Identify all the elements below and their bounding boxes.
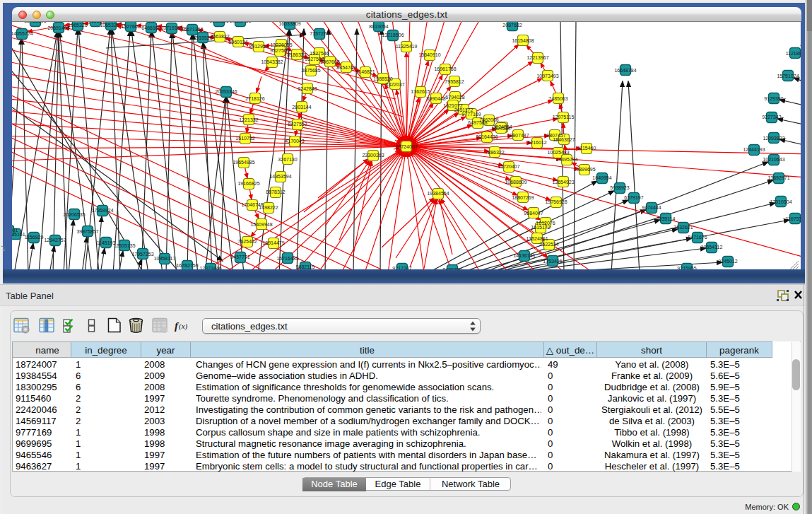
- svg-text:7632621: 7632621: [673, 225, 693, 230]
- svg-text:8427552: 8427552: [288, 122, 307, 127]
- svg-text:12942757: 12942757: [44, 238, 66, 243]
- svg-text:9474444: 9474444: [642, 205, 661, 210]
- svg-text:11325419: 11325419: [396, 44, 418, 49]
- svg-text:3267130: 3267130: [278, 157, 297, 162]
- svg-text:6216012: 6216012: [527, 140, 546, 145]
- svg-text:1610752: 1610752: [235, 136, 254, 141]
- svg-text:16033809: 16033809: [278, 22, 300, 26]
- svg-text:7663822: 7663822: [210, 34, 229, 39]
- svg-text:12444193: 12444193: [743, 147, 765, 152]
- svg-text:22455603: 22455603: [24, 22, 46, 23]
- svg-text:9217207: 9217207: [392, 266, 411, 269]
- svg-text:12323446: 12323446: [199, 266, 221, 269]
- svg-text:1362615: 1362615: [411, 89, 430, 94]
- svg-text:7886322: 7886322: [485, 150, 504, 155]
- svg-text:8960124: 8960124: [228, 40, 247, 45]
- svg-text:14353594: 14353594: [269, 174, 291, 179]
- svg-text:3875685: 3875685: [301, 68, 320, 73]
- svg-text:10653267: 10653267: [100, 23, 122, 28]
- svg-text:10807487: 10807487: [507, 133, 529, 138]
- svg-text:16914479: 16914479: [262, 240, 284, 245]
- svg-text:14136141: 14136141: [513, 253, 535, 258]
- svg-text:13218506: 13218506: [382, 33, 404, 37]
- svg-text:9242848: 9242848: [298, 86, 317, 91]
- svg-text:1527602: 1527602: [121, 24, 140, 29]
- svg-text:1221332: 1221332: [239, 117, 258, 122]
- svg-text:1624534: 1624534: [491, 126, 510, 131]
- svg-text:17010504: 17010504: [770, 199, 792, 204]
- svg-text:4170043: 4170043: [285, 139, 304, 144]
- svg-text:2967608: 2967608: [320, 59, 339, 64]
- svg-text:10688609: 10688609: [505, 180, 526, 185]
- svg-text:2522534: 2522534: [539, 242, 558, 247]
- svg-text:1615172: 1615172: [531, 225, 550, 230]
- svg-text:10899695: 10899695: [573, 167, 595, 172]
- svg-text:6794028: 6794028: [445, 95, 464, 100]
- svg-text:12505135: 12505135: [113, 243, 135, 248]
- svg-text:15409948: 15409948: [250, 222, 272, 227]
- svg-text:12975115: 12975115: [553, 115, 575, 119]
- svg-text:16648784: 16648784: [614, 68, 636, 73]
- svg-text:1156829: 1156829: [25, 235, 44, 240]
- svg-text:23300263: 23300263: [362, 153, 384, 158]
- svg-text:1753426: 1753426: [543, 259, 562, 264]
- svg-text:7625402: 7625402: [237, 239, 257, 244]
- svg-text:8489709: 8489709: [442, 267, 461, 269]
- svg-text:8990448: 8990448: [426, 96, 445, 101]
- svg-text:39975857: 39975857: [76, 229, 98, 234]
- svg-text:(x): (x): [179, 322, 188, 331]
- svg-text:9457771: 9457771: [230, 255, 249, 259]
- svg-text:10228452: 10228452: [229, 22, 251, 23]
- svg-text:4439167: 4439167: [800, 42, 801, 47]
- svg-text:9777169: 9777169: [461, 112, 481, 117]
- svg-text:18463627: 18463627: [553, 137, 575, 142]
- svg-text:10719155: 10719155: [160, 25, 182, 30]
- svg-text:9146821: 9146821: [355, 69, 375, 74]
- svg-text:8186323: 8186323: [287, 52, 306, 57]
- svg-text:1839221: 1839221: [209, 22, 228, 23]
- svg-text:13692971: 13692971: [767, 175, 789, 180]
- svg-text:10654112: 10654112: [701, 245, 723, 250]
- svg-text:1159001: 1159001: [12, 228, 18, 233]
- svg-text:7955812: 7955812: [445, 79, 464, 84]
- svg-text:17957253: 17957253: [131, 252, 153, 257]
- svg-text:7357274: 7357274: [310, 31, 329, 36]
- svg-text:8912954: 8912954: [249, 44, 268, 49]
- svg-text:12213967: 12213967: [526, 55, 548, 60]
- svg-text:15751074: 15751074: [777, 74, 799, 78]
- svg-text:15716485: 15716485: [276, 256, 298, 261]
- svg-text:1498222: 1498222: [259, 205, 278, 210]
- svg-text:12093822: 12093822: [763, 136, 784, 141]
- svg-text:1121896: 1121896: [786, 51, 801, 56]
- svg-text:20053346: 20053346: [215, 89, 237, 94]
- svg-text:9115460: 9115460: [577, 146, 596, 151]
- svg-text:19166825: 19166825: [237, 181, 259, 186]
- svg-text:9129396: 9129396: [764, 96, 783, 101]
- svg-text:16154808: 16154808: [512, 38, 534, 43]
- svg-text:13524861: 13524861: [526, 236, 548, 241]
- svg-text:5938923: 5938923: [610, 185, 629, 190]
- svg-text:4735650: 4735650: [86, 22, 105, 23]
- svg-text:2087682: 2087682: [502, 23, 522, 28]
- svg-text:18807269: 18807269: [512, 195, 534, 200]
- svg-text:9884047: 9884047: [524, 211, 543, 216]
- svg-text:10025483: 10025483: [547, 150, 569, 155]
- svg-text:2935114: 2935114: [657, 216, 676, 221]
- svg-text:6379197: 6379197: [624, 195, 643, 200]
- svg-text:9215955: 9215955: [677, 266, 696, 269]
- svg-text:20206535: 20206535: [63, 212, 85, 217]
- svg-text:5682115: 5682115: [296, 264, 315, 269]
- svg-text:14495794: 14495794: [555, 157, 577, 162]
- svg-text:2803144: 2803144: [292, 105, 311, 110]
- svg-text:1527546: 1527546: [310, 51, 329, 56]
- svg-text:19384554: 19384554: [427, 191, 449, 196]
- svg-text:17359924: 17359924: [91, 208, 113, 213]
- svg-text:8322037: 8322037: [385, 82, 404, 87]
- svg-text:9227343: 9227343: [762, 115, 781, 119]
- svg-text:18724007: 18724007: [395, 144, 417, 149]
- svg-text:20691406: 20691406: [47, 25, 69, 30]
- svg-text:1588520: 1588520: [373, 76, 392, 81]
- svg-text:7485063: 7485063: [548, 96, 567, 101]
- svg-text:13654923: 13654923: [552, 180, 574, 185]
- svg-text:10543382: 10543382: [261, 59, 283, 64]
